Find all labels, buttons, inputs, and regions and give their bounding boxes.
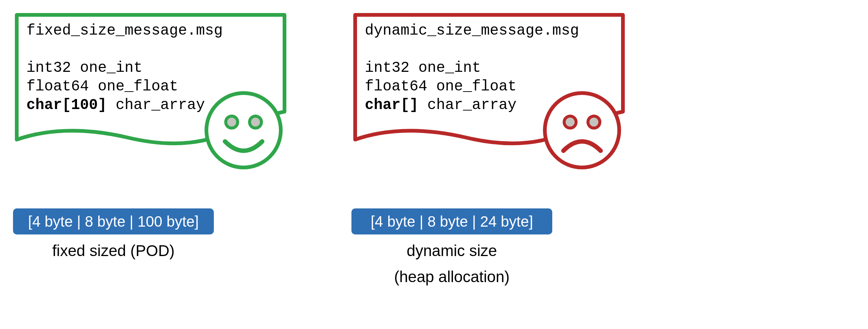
bubble-code-fixed: fixed_size_message.msg int32 one_int flo… <box>26 22 287 115</box>
caption-dynamic-2: (heap allocation) <box>351 268 552 286</box>
byte-layout-text: [4 byte | 8 byte | 24 byte] <box>371 213 533 230</box>
caption-fixed: fixed sized (POD) <box>13 242 214 260</box>
code-bold-type: char[100] <box>26 97 107 114</box>
filename: fixed_size_message.msg <box>26 22 223 39</box>
panel-fixed-size: fixed_size_message.msg int32 one_int flo… <box>13 11 299 171</box>
code-line: float64 one_float <box>26 78 178 95</box>
byte-layout-text: [4 byte | 8 byte | 100 byte] <box>28 213 199 230</box>
speech-bubble-fixed: fixed_size_message.msg int32 one_int flo… <box>13 11 299 171</box>
bubble-code-dynamic: dynamic_size_message.msg int32 one_int f… <box>365 22 625 115</box>
code-rest: char_array <box>107 97 205 114</box>
code-line: float64 one_float <box>365 78 517 95</box>
diagram-stage: fixed_size_message.msg int32 one_int flo… <box>0 0 868 329</box>
speech-bubble-dynamic: dynamic_size_message.msg int32 one_int f… <box>351 11 638 171</box>
code-bold-type: char[] <box>365 97 418 114</box>
code-line: int32 one_int <box>26 60 142 76</box>
caption-dynamic-1: dynamic size <box>351 242 552 260</box>
frown-eye-right <box>588 116 600 128</box>
panel-dynamic-size: dynamic_size_message.msg int32 one_int f… <box>351 11 638 171</box>
smiley-eye-left <box>226 116 238 128</box>
smiley-eye-right <box>250 116 261 128</box>
frown-eye-left <box>564 116 576 128</box>
code-rest: char_array <box>418 97 517 114</box>
byte-layout-pill: [4 byte | 8 byte | 100 byte] <box>13 208 214 234</box>
byte-layout-pill: [4 byte | 8 byte | 24 byte] <box>351 208 552 234</box>
code-line: int32 one_int <box>365 60 481 76</box>
filename: dynamic_size_message.msg <box>365 22 579 39</box>
